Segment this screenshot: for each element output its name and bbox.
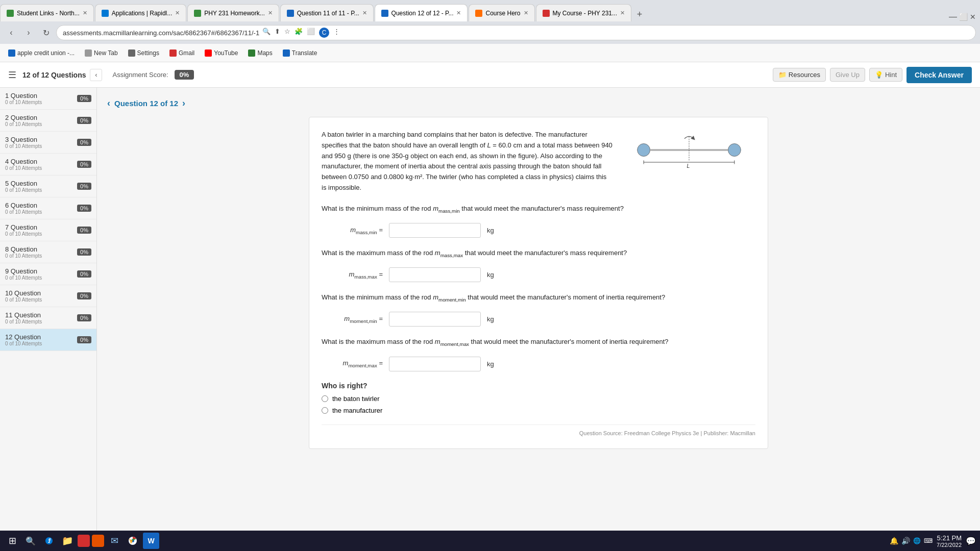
- question-image: L: [623, 130, 755, 193]
- tab-label: Student Links - North...: [17, 10, 80, 17]
- prev-question-btn[interactable]: ‹: [107, 98, 110, 109]
- hamburger-menu[interactable]: ☰: [8, 69, 16, 81]
- tab-close-btn[interactable]: ✕: [524, 10, 528, 16]
- forward-btn[interactable]: ›: [21, 26, 36, 40]
- menu-icon[interactable]: ⋮: [333, 28, 340, 38]
- tab-close-btn[interactable]: ✕: [268, 10, 273, 16]
- baton-svg: L: [628, 130, 750, 170]
- bookmark-label: Maps: [257, 49, 272, 57]
- sidebar-item-12[interactable]: 12 Question 0 of 10 Attempts 0%: [0, 329, 96, 351]
- tab-coursehero[interactable]: Course Hero ✕: [469, 4, 534, 21]
- hint-btn[interactable]: 💡 Hint: [869, 68, 902, 82]
- bookmark-settings[interactable]: Settings: [124, 48, 163, 58]
- radio-manufacturer[interactable]: [322, 407, 328, 414]
- bookmark-label: YouTube: [214, 49, 238, 57]
- answer-unit-2: kg: [487, 271, 494, 279]
- give-up-label: Give Up: [836, 71, 860, 79]
- collapse-sidebar-btn[interactable]: ‹: [90, 69, 102, 81]
- back-btn[interactable]: ‹: [4, 26, 18, 40]
- start-btn[interactable]: ⊞: [4, 533, 20, 549]
- resources-btn[interactable]: 📁 Resources: [773, 68, 826, 82]
- sidebar-item-3[interactable]: 3 Question 0 of 10 Attempts 0%: [0, 132, 96, 154]
- hint-label: Hint: [885, 71, 897, 79]
- extensions-icon[interactable]: 🧩: [295, 28, 303, 38]
- bookmark-newtab[interactable]: New Tab: [81, 48, 121, 58]
- tab-close-btn[interactable]: ✕: [620, 10, 625, 16]
- taskbar-files[interactable]: 📁: [59, 533, 76, 549]
- bookmark-favicon: [248, 49, 255, 57]
- taskbar-chrome[interactable]: [125, 533, 141, 549]
- svg-point-2: [728, 144, 741, 157]
- sidebar-item-5[interactable]: 5 Question 0 of 10 Attempts 0%: [0, 176, 96, 197]
- sidebar-item-10[interactable]: 10 Question 0 of 10 Attempts 0%: [0, 285, 96, 307]
- bookmark-translate[interactable]: Translate: [279, 48, 322, 58]
- sidebar-item-11[interactable]: 11 Question 0 of 10 Attempts 0%: [0, 307, 96, 329]
- sidebar-item-2[interactable]: 2 Question 0 of 10 Attempts 0%: [0, 110, 96, 132]
- radio-option-manufacturer[interactable]: the manufacturer: [322, 407, 755, 414]
- new-tab-button[interactable]: +: [632, 7, 647, 21]
- sidebar-item-6[interactable]: 6 Question 0 of 10 Attempts 0%: [0, 197, 96, 219]
- taskbar-word[interactable]: W: [143, 533, 159, 549]
- tab-label: Course Hero: [485, 10, 520, 17]
- tab-applications[interactable]: Applications | Rapidl... ✕: [95, 4, 187, 21]
- sub-question-3: What is the minimum mass of the rod mmom…: [322, 292, 755, 304]
- sidebar-item-9[interactable]: 9 Question 0 of 10 Attempts 0%: [0, 263, 96, 285]
- tab-mycourse[interactable]: My Course - PHY 231... ✕: [536, 4, 632, 21]
- close-btn[interactable]: ✕: [970, 13, 976, 21]
- sidebar-item-4[interactable]: 4 Question 0 of 10 Attempts 0%: [0, 154, 96, 176]
- share-icon[interactable]: ⬆: [275, 28, 280, 38]
- question-title[interactable]: Question 12 of 12: [114, 99, 178, 108]
- tab-q11[interactable]: Question 11 of 11 - P... ✕: [280, 4, 374, 21]
- tab-close-btn[interactable]: ✕: [456, 10, 461, 16]
- tab-close-btn[interactable]: ✕: [175, 10, 180, 16]
- tab-q12[interactable]: Question 12 of 12 - P... ✕: [375, 4, 468, 21]
- give-up-btn[interactable]: Give Up: [830, 68, 865, 82]
- check-answer-btn[interactable]: Check Answer: [906, 67, 972, 83]
- sidebar-item-8[interactable]: 8 Question 0 of 10 Attempts 0%: [0, 241, 96, 263]
- taskbar-red-icon[interactable]: [78, 535, 90, 547]
- sidebar-item-1[interactable]: 1 Question 0 of 10 Attempts 0%: [0, 88, 96, 110]
- taskbar-mail[interactable]: ✉: [106, 533, 122, 549]
- bookmark-favicon: [128, 49, 135, 57]
- answer-input-1[interactable]: [389, 223, 481, 238]
- profile-icon[interactable]: C: [319, 28, 329, 38]
- sidebar-item-7[interactable]: 7 Question 0 of 10 Attempts 0%: [0, 219, 96, 241]
- sidebar-toggle-icon[interactable]: ⬜: [307, 28, 315, 38]
- answer-label-2: mmass,max =: [322, 270, 383, 280]
- resources-label: Resources: [789, 71, 820, 79]
- restore-btn[interactable]: ⬜: [959, 13, 968, 21]
- star-icon[interactable]: ☆: [284, 28, 290, 38]
- tab-favicon: [475, 10, 482, 17]
- url-text: assessments.macmillanlearning.com/sac/68…: [63, 29, 259, 37]
- bookmark-maps[interactable]: Maps: [244, 48, 276, 58]
- taskbar-edge[interactable]: [41, 533, 57, 549]
- tab-phy231[interactable]: PHY 231 Homework... ✕: [187, 4, 279, 21]
- tab-student-links[interactable]: Student Links - North... ✕: [0, 4, 94, 21]
- bookmark-apple[interactable]: apple credit union -...: [4, 48, 79, 58]
- tab-close-btn[interactable]: ✕: [362, 10, 367, 16]
- refresh-btn[interactable]: ↻: [39, 26, 53, 40]
- search-icon[interactable]: 🔍: [262, 28, 271, 38]
- notification-icon[interactable]: 💬: [966, 536, 976, 546]
- answer-input-4[interactable]: [389, 357, 481, 371]
- answer-input-3[interactable]: [389, 312, 481, 327]
- tab-bar: Student Links - North... ✕ Applications …: [0, 0, 980, 21]
- answer-input-2[interactable]: [389, 267, 481, 282]
- bookmark-youtube[interactable]: YouTube: [201, 48, 242, 58]
- search-taskbar[interactable]: 🔍: [22, 533, 39, 549]
- bookmark-favicon: [85, 49, 92, 57]
- bookmark-label: apple credit union -...: [17, 49, 75, 57]
- question-card: A baton twirler in a marching band compl…: [309, 117, 768, 449]
- next-question-btn[interactable]: ›: [182, 98, 185, 109]
- taskbar-orange-icon[interactable]: [92, 535, 104, 547]
- answer-row-1: mmass,min = kg: [322, 223, 755, 238]
- tray-icon-4: ⌨: [924, 537, 933, 544]
- tab-close-btn[interactable]: ✕: [83, 10, 87, 16]
- bookmark-gmail[interactable]: Gmail: [165, 48, 199, 58]
- radio-twirler[interactable]: [322, 395, 328, 402]
- taskbar-date: 7/22/2022: [937, 542, 962, 548]
- radio-option-twirler[interactable]: the baton twirler: [322, 395, 755, 403]
- minimize-btn[interactable]: —: [949, 12, 957, 21]
- url-bar[interactable]: assessments.macmillanlearning.com/sac/68…: [56, 25, 976, 40]
- answer-label-4: mmoment,max =: [322, 359, 383, 368]
